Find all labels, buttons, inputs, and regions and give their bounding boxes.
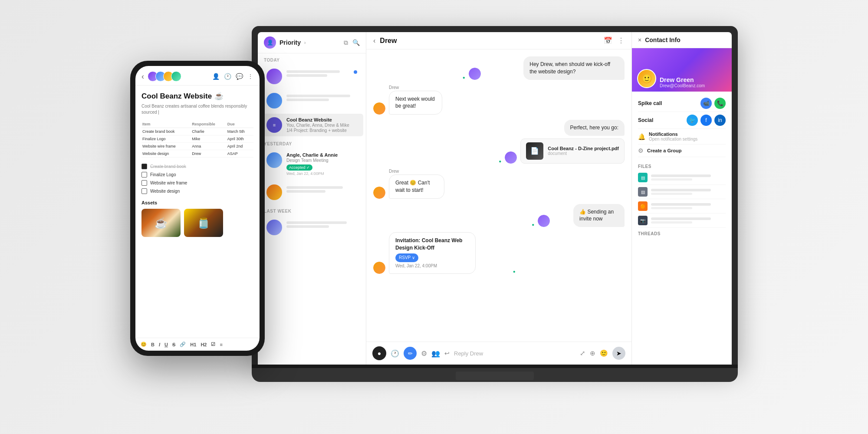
notifications-row: 🔔 Notifications Open notification settin…: [638, 129, 726, 145]
checkbox-empty[interactable]: [141, 188, 147, 194]
conversation-item[interactable]: [260, 65, 363, 88]
strikethrough-button[interactable]: S: [172, 342, 175, 347]
avatar-4: [171, 71, 181, 82]
checkbox-button[interactable]: ☑: [211, 342, 215, 347]
emoji-button[interactable]: 😊: [141, 342, 147, 347]
bold-button[interactable]: B: [151, 342, 155, 347]
compose-button[interactable]: ✏: [404, 347, 417, 360]
twitter-button[interactable]: 🐦: [687, 115, 698, 126]
message-row: Hey Drew, when should we kick-off the we…: [373, 56, 625, 80]
conversation-list-panel: 👤 Priority › ⧉ 🔍 TODAY: [258, 32, 366, 365]
accepted-badge: Accepted ✓: [286, 163, 357, 171]
bell-icon: 🔔: [638, 133, 645, 140]
create-group-row[interactable]: ⚙ Create a Group: [638, 145, 726, 157]
conversation-item-design-team[interactable]: Angle, Charlie & Annie Design Team Meeti…: [260, 149, 363, 179]
h2-button[interactable]: H2: [201, 342, 207, 347]
invite-title: Invitation: Cool Beanz Web Design Kick-O…: [395, 237, 469, 252]
chat-header: ‹ Drew 📅 ⋮: [366, 32, 631, 49]
filter-icon[interactable]: ⧉: [344, 39, 348, 46]
file-icon: ▤: [638, 173, 648, 182]
left-header-icons: ⧉ 🔍: [344, 39, 360, 46]
convo-avatar-last: [266, 220, 282, 235]
file-thumbnail: 📄: [526, 142, 543, 160]
message-avatar: [373, 187, 385, 199]
close-contact-info-button[interactable]: ×: [638, 36, 641, 43]
chat-messages: Hey Drew, when should we kick-off the we…: [366, 49, 631, 342]
list-button[interactable]: ≡: [220, 342, 222, 347]
add-icon[interactable]: ⊕: [590, 349, 595, 357]
apps-icon[interactable]: ⚙: [421, 349, 427, 358]
assets-title: Assets: [141, 200, 253, 205]
message-row: 👍 Sending an invite now ●: [373, 204, 625, 227]
scene: ‹ 👤 🕐 💬 ⋮ Cool Beanz Website: [130, 26, 738, 408]
search-icon[interactable]: 🔍: [352, 39, 360, 46]
file-row[interactable]: 🟠: [638, 199, 726, 214]
files-section-label: FILES: [632, 161, 732, 171]
message-avatar: [373, 102, 385, 115]
convo-name-team: Angle, Charlie & Annie: [286, 152, 357, 158]
people-icon[interactable]: 👥: [431, 349, 440, 358]
checkbox-empty[interactable]: [141, 180, 147, 186]
send-button[interactable]: ➤: [612, 347, 625, 360]
col-responsible: Responsible: [191, 121, 226, 128]
convo-info: [286, 220, 357, 229]
convo-sub2: 1/4 Project: Branding + website: [286, 128, 357, 133]
invite-date: Wed, Jan 22, 4:00PM: [395, 263, 469, 269]
file-attachment[interactable]: 📄 Cool Beanz - D-Zine project.pdf docume…: [520, 138, 625, 164]
file-preview-lines: [651, 174, 726, 181]
underline-button[interactable]: U: [164, 342, 168, 347]
calendar-icon[interactable]: 📅: [604, 36, 612, 45]
expand-icon[interactable]: ⤢: [580, 349, 585, 357]
contacts-icon[interactable]: 👤: [212, 73, 220, 80]
message-bubble: 👍 Sending an invite now: [573, 204, 625, 227]
group-icon: ⚙: [638, 147, 644, 154]
conversation-item-coolbeanz[interactable]: ≡ Cool Beanz Website You, Charlie, Anna,…: [260, 114, 363, 136]
video-call-button[interactable]: 📹: [700, 98, 712, 109]
message-sender: Drew: [389, 169, 466, 174]
italic-button[interactable]: I: [159, 342, 160, 347]
chat-header-icons: 📅 ⋮: [604, 36, 625, 45]
trackpad[interactable]: [456, 372, 534, 380]
check-item[interactable]: Website design: [141, 188, 253, 194]
facebook-button[interactable]: f: [700, 115, 712, 126]
linkedin-button[interactable]: in: [714, 115, 726, 126]
file-row[interactable]: 📷: [638, 214, 726, 228]
table-row: Finalize Logo Mike April 30th: [141, 135, 253, 143]
col-item: Item: [141, 121, 191, 128]
create-group-label: Create a Group: [647, 148, 681, 153]
phone-header-icons: 👤 🕐 💬 ⋮: [212, 73, 253, 80]
link-button[interactable]: 🔗: [180, 342, 186, 347]
h1-button[interactable]: H1: [190, 342, 196, 347]
contact-avatar: 🙂: [637, 69, 656, 88]
check-item-done[interactable]: Create brand book: [141, 164, 253, 169]
checkbox-empty[interactable]: [141, 172, 147, 178]
app-layout: 👤 Priority › ⧉ 🔍 TODAY: [258, 32, 732, 365]
history-icon[interactable]: 🕐: [224, 73, 231, 80]
chat-back-button[interactable]: ‹: [373, 37, 375, 45]
more-icon[interactable]: ⋮: [247, 73, 253, 80]
chat-icon[interactable]: 💬: [236, 73, 243, 80]
laptop-body: 👤 Priority › ⧉ 🔍 TODAY: [252, 26, 738, 365]
more-options-icon[interactable]: ⋮: [618, 36, 625, 45]
contact-name: Drew Green: [660, 76, 705, 83]
conversation-item[interactable]: [260, 181, 363, 204]
checkbox-done[interactable]: [141, 164, 147, 169]
phone-call-button[interactable]: 📞: [714, 98, 726, 109]
file-row[interactable]: ▤: [638, 185, 726, 199]
rsvp-button[interactable]: RSVP ∨: [395, 253, 418, 262]
conversation-item[interactable]: [260, 216, 363, 239]
asset-product: 🫙: [184, 209, 223, 237]
message-avatar: [505, 151, 517, 164]
contact-email: Drew@CoolBeanz.com: [660, 83, 705, 88]
check-item[interactable]: Website wire frame: [141, 180, 253, 186]
phone-back-button[interactable]: ‹: [141, 72, 144, 81]
emoji-icon[interactable]: 🙂: [600, 349, 608, 357]
chat-input[interactable]: Reply Drew: [454, 350, 575, 357]
chat-input-bar: ● 🕐 ✏ ⚙ 👥 ↩ Reply Drew ⤢ ⊕ 🙂: [366, 342, 631, 365]
clock-icon[interactable]: 🕐: [391, 349, 399, 358]
note-title: Cool Beanz Website ☕: [141, 92, 253, 101]
conversation-item[interactable]: [260, 89, 363, 112]
file-row[interactable]: ▤: [638, 171, 726, 185]
convo-name: Cool Beanz Website: [286, 117, 357, 122]
check-item[interactable]: Finalize Logo: [141, 172, 253, 178]
